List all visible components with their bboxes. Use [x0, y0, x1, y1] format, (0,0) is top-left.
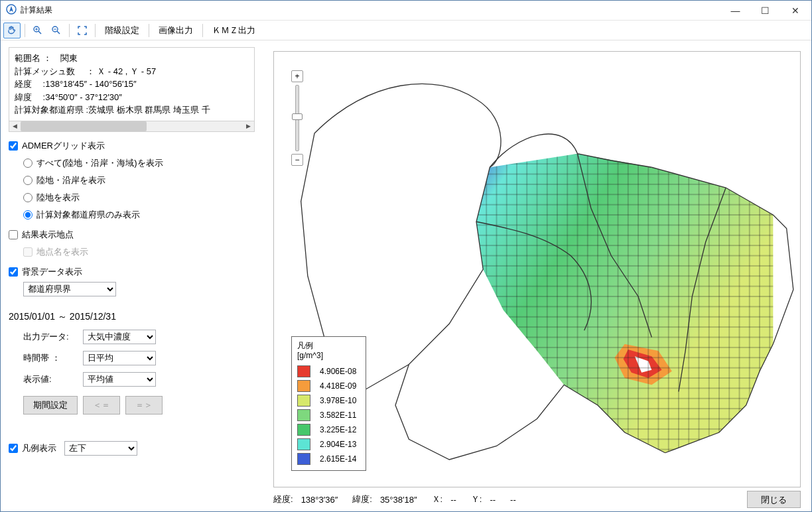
info-hscrollbar[interactable]: ◀ ▶: [9, 121, 255, 132]
output-data-select[interactable]: 大気中濃度: [83, 330, 156, 344]
zoom-slider-thumb[interactable]: [292, 113, 303, 120]
radio-land[interactable]: 陸地を表示: [23, 192, 255, 204]
zoom-in-button[interactable]: +: [291, 70, 303, 82]
fit-extent-button[interactable]: [74, 23, 91, 38]
timeband-label: 時間帯 ：: [23, 352, 76, 364]
legend-label: 3.978E-10: [320, 396, 356, 405]
legend-label: 4.418E-09: [320, 381, 356, 391]
prev-period-button[interactable]: ＜＝: [83, 396, 120, 415]
legend-swatch: [297, 424, 310, 436]
status-x-label: Ｘ:: [432, 493, 443, 505]
svg-line-2: [38, 31, 41, 34]
map-area: + − 凡例 [g/m^3] 4.906E-084.418E-093.978E-…: [263, 40, 811, 511]
radio-all[interactable]: すべて(陸地・沿岸・海域)を表示: [23, 157, 255, 169]
sidebar: 範囲名 ： 関東 計算メッシュ数 ： Ｘ - 42 , Ｙ - 57 経度 :1…: [1, 40, 263, 511]
legend-panel: 凡例 [g/m^3] 4.906E-084.418E-093.978E-103.…: [291, 336, 366, 471]
legend-swatch: [297, 395, 310, 407]
map-canvas[interactable]: + − 凡例 [g/m^3] 4.906E-084.418E-093.978E-…: [273, 51, 801, 487]
legend-row: 4.418E-09: [297, 379, 356, 393]
timeband-select[interactable]: 日平均: [83, 351, 156, 365]
maximize-button[interactable]: ☐: [750, 1, 780, 20]
legend-label: 3.225E-12: [320, 425, 356, 434]
status-y-value: --: [490, 495, 496, 505]
window-title: 計算結果: [21, 5, 720, 16]
zoom-in-tool-button[interactable]: [29, 23, 46, 38]
toolbar: 階級設定 画像出力 ＫＭＺ出力: [1, 21, 811, 40]
legend-label: 3.582E-11: [320, 411, 356, 420]
period-settings-button[interactable]: 期間設定: [23, 396, 78, 415]
status-bar: 経度: 138°3′36″ 緯度: 35°38′18″ Ｘ: -- Ｙ: -- …: [263, 487, 811, 511]
legend-swatch: [297, 380, 310, 392]
legend-swatch: [297, 409, 310, 421]
legend-row: 3.978E-10: [297, 393, 356, 408]
legend-label: 2.615E-14: [320, 454, 356, 464]
close-window-button[interactable]: ✕: [780, 1, 810, 20]
point-names-checkbox: 地点名を表示: [23, 246, 255, 258]
status-trail: --: [510, 495, 516, 505]
status-lon-value: 138°3′36″: [301, 495, 338, 505]
status-x-value: --: [450, 495, 456, 505]
period-label: 2015/01/01 ～ 2015/12/31: [9, 311, 255, 323]
pan-tool-button[interactable]: [3, 23, 21, 38]
legend-label: 4.906E-08: [320, 367, 356, 376]
legend-row: 3.582E-11: [297, 408, 356, 422]
zoom-slider-track[interactable]: [295, 85, 299, 151]
app-icon: [6, 4, 17, 17]
minimize-button[interactable]: —: [720, 1, 750, 20]
output-data-label: 出力データ:: [23, 331, 76, 343]
bg-data-select[interactable]: 都道府県界: [23, 282, 116, 296]
legend-row: 4.906E-08: [297, 364, 356, 379]
legend-row: 2.904E-13: [297, 437, 356, 452]
zoom-out-button[interactable]: −: [291, 154, 303, 166]
legend-swatch: [297, 453, 310, 465]
scroll-thumb[interactable]: [21, 121, 147, 131]
close-button[interactable]: 閉じる: [747, 491, 801, 508]
legend-label: 2.904E-13: [320, 440, 356, 449]
status-lat-value: 35°38′18″: [380, 495, 417, 505]
legend-row: 2.615E-14: [297, 452, 356, 466]
zoom-control: + −: [291, 70, 303, 166]
status-lon-label: 経度:: [273, 493, 293, 505]
svg-line-6: [57, 31, 60, 34]
legend-swatch: [297, 438, 310, 450]
next-period-button[interactable]: ＝＞: [125, 396, 163, 415]
radio-land-coast[interactable]: 陸地・沿岸を表示: [23, 174, 255, 186]
legend-show-checkbox[interactable]: 凡例表示: [9, 442, 56, 454]
class-settings-button[interactable]: 階級設定: [100, 23, 145, 38]
radio-target[interactable]: 計算対象都道府県のみ表示: [23, 209, 255, 221]
info-panel: 範囲名 ： 関東 計算メッシュ数 ： Ｘ - 42 , Ｙ - 57 経度 :1…: [9, 47, 255, 121]
bg-data-checkbox[interactable]: 背景データ表示: [9, 266, 255, 278]
legend-swatch: [297, 365, 310, 377]
status-y-label: Ｙ:: [471, 493, 482, 505]
legend-position-select[interactable]: 左下: [64, 441, 137, 456]
admer-grid-checkbox[interactable]: ADMERグリッド表示: [9, 140, 255, 152]
dispval-select[interactable]: 平均値: [83, 372, 156, 387]
scroll-right-icon[interactable]: ▶: [243, 121, 254, 131]
status-lat-label: 緯度:: [352, 493, 372, 505]
result-points-checkbox[interactable]: 結果表示地点: [9, 229, 255, 241]
dispval-label: 表示値:: [23, 373, 76, 385]
legend-row: 3.225E-12: [297, 422, 356, 437]
titlebar: 計算結果 — ☐ ✕: [1, 1, 811, 21]
zoom-out-tool-button[interactable]: [48, 23, 65, 38]
image-output-button[interactable]: 画像出力: [153, 23, 198, 38]
kmz-output-button[interactable]: ＫＭＺ出力: [207, 23, 261, 38]
scroll-left-icon[interactable]: ◀: [9, 121, 21, 131]
